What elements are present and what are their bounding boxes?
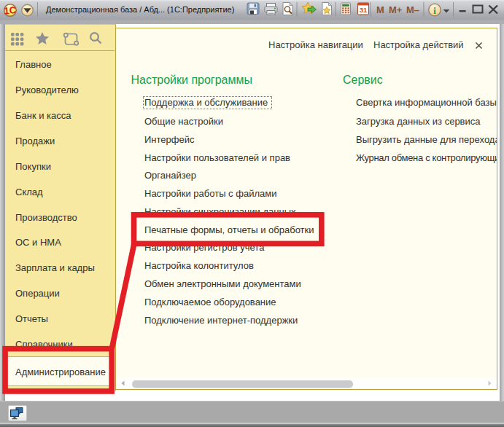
svg-text:1С: 1С — [4, 4, 17, 16]
svg-text:M+: M+ — [389, 4, 403, 15]
svg-text:M–: M– — [406, 4, 419, 15]
svg-text:i: i — [433, 6, 436, 16]
svg-text:31: 31 — [360, 6, 368, 14]
svg-text:M: M — [376, 4, 384, 15]
